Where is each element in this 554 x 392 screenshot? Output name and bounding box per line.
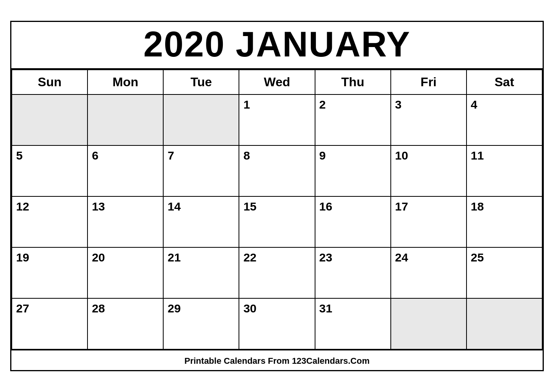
day-header-row: SunMonTueWedThuFriSat — [12, 70, 542, 94]
day-17: 17 — [391, 196, 467, 247]
day-13: 13 — [87, 196, 163, 247]
day-header-sat: Sat — [467, 70, 542, 94]
day-2: 2 — [315, 94, 391, 145]
day-23: 23 — [315, 247, 391, 298]
day-21: 21 — [163, 247, 239, 298]
day-header-wed: Wed — [239, 70, 315, 94]
day-1: 1 — [239, 94, 315, 145]
week-row-2: 567891011 — [12, 145, 542, 196]
calendar-title: 2020 JANUARY — [11, 22, 543, 70]
day-30: 30 — [239, 298, 315, 349]
calendar-footer: Printable Calendars From 123Calendars.Co… — [11, 350, 543, 370]
day-header-fri: Fri — [391, 70, 467, 94]
day-16: 16 — [315, 196, 391, 247]
calendar-grid: SunMonTueWedThuFriSat 123456789101112131… — [11, 69, 543, 350]
day-12: 12 — [12, 196, 87, 247]
day-27: 27 — [12, 298, 87, 349]
day-7: 7 — [163, 145, 239, 196]
footer-text: Printable Calendars From — [184, 356, 292, 366]
week-row-3: 12131415161718 — [12, 196, 542, 247]
day-25: 25 — [467, 247, 542, 298]
day-header-tue: Tue — [163, 70, 239, 94]
day-3: 3 — [391, 94, 467, 145]
week-row-4: 19202122232425 — [12, 247, 542, 298]
day-28: 28 — [87, 298, 163, 349]
day-15: 15 — [239, 196, 315, 247]
day-11: 11 — [467, 145, 542, 196]
day-24: 24 — [391, 247, 467, 298]
day-18: 18 — [467, 196, 542, 247]
day-22: 22 — [239, 247, 315, 298]
day-9: 9 — [315, 145, 391, 196]
day-6: 6 — [87, 145, 163, 196]
day-header-thu: Thu — [315, 70, 391, 94]
day-8: 8 — [239, 145, 315, 196]
empty-day — [12, 94, 87, 145]
empty-day — [163, 94, 239, 145]
empty-day — [87, 94, 163, 145]
footer-brand: 123Calendars.Com — [292, 356, 370, 366]
day-29: 29 — [163, 298, 239, 349]
day-5: 5 — [12, 145, 87, 196]
empty-day — [391, 298, 467, 349]
day-header-mon: Mon — [87, 70, 163, 94]
week-row-5: 2728293031 — [12, 298, 542, 349]
day-14: 14 — [163, 196, 239, 247]
day-4: 4 — [467, 94, 542, 145]
day-header-sun: Sun — [12, 70, 87, 94]
week-row-1: 1234 — [12, 94, 542, 145]
empty-day — [467, 298, 542, 349]
calendar-container: 2020 JANUARY SunMonTueWedThuFriSat 12345… — [10, 21, 544, 372]
day-19: 19 — [12, 247, 87, 298]
day-20: 20 — [87, 247, 163, 298]
day-31: 31 — [315, 298, 391, 349]
day-10: 10 — [391, 145, 467, 196]
